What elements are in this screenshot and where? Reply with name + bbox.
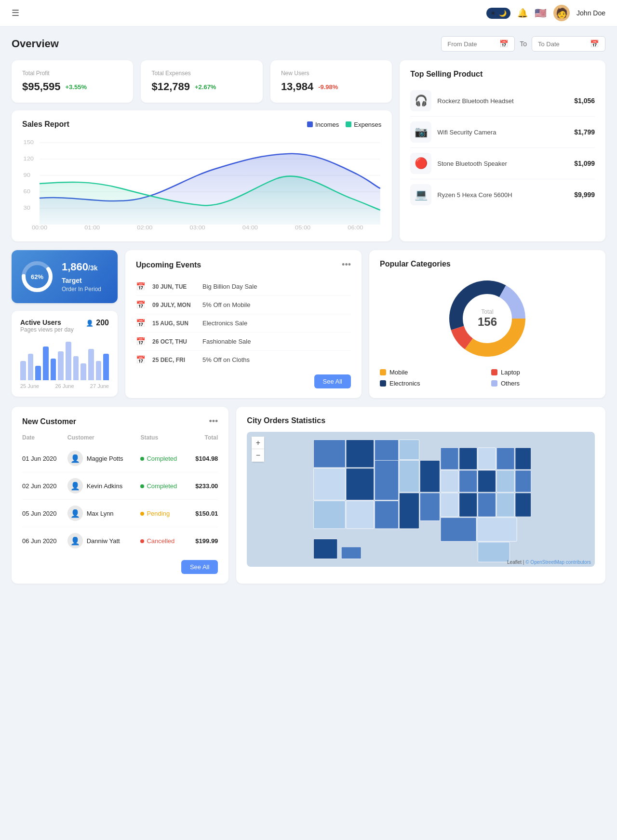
date-label-2: 26 June [55,383,74,389]
row-date: 01 Jun 2020 [22,445,67,472]
svg-rect-52 [515,493,531,517]
row-customer: 👤 Kevin Adkins [67,472,141,500]
event-item: 📅 09 JULY, MON 5% Off on Mobile [136,296,351,314]
from-date-input[interactable] [447,40,496,48]
event-name: Big Billion Day Sale [202,283,257,290]
customer-header: New Customer ••• [22,416,218,427]
svg-rect-35 [478,448,496,469]
customer-more-button[interactable]: ••• [209,416,218,427]
customer-table: Date Customer Status Total 01 Jun 2020 👤… [22,434,218,554]
event-name: 5% Off on Cloths [202,356,250,363]
customer-avatar: 👤 [67,506,83,521]
status-dot [140,484,144,488]
top-selling-card: Top Selling Product 🎧 Rockerz Bluetooth … [400,60,605,241]
zoom-out-button[interactable]: − [252,449,264,462]
calendar-icon: 📅 [136,337,146,346]
row-status: Cancelled [140,527,188,555]
svg-rect-31 [400,460,419,492]
header: ☰ ☀ 🌙 🔔 🇺🇸 🧑 John Doe [0,0,617,27]
osm-link[interactable]: © OpenStreetMap contributors [525,560,591,565]
legend-expenses: Expenses [346,121,381,128]
event-name: Electronics Sale [202,320,247,327]
category-legend: Mobile Laptop Electronics Others [380,369,595,387]
product-icon: 📷 [410,121,431,143]
row-total: $233.00 [188,472,218,500]
map-attribution: Leaflet | © OpenStreetMap contributors [507,560,591,565]
second-row: 62% 1,860/3k Target Order In Period Acti… [12,250,605,398]
table-row: 01 Jun 2020 👤 Maggie Potts Completed $10… [22,445,218,472]
total-expenses-card: Total Expenses $12,789 +2.67% [141,60,262,103]
svg-rect-49 [459,493,477,517]
others-dot [491,380,497,387]
page-title: Overview [12,38,59,50]
svg-rect-54 [477,518,517,541]
upcoming-see-all-button[interactable]: See All [314,374,351,388]
mobile-dot [380,369,386,375]
active-users-card: Active Users Pages views per day 👤 200 2… [12,311,118,397]
row-date: 06 Jun 2020 [22,527,67,555]
upcoming-title: Upcoming Events [136,261,201,269]
date-label-3: 27 June [90,383,109,389]
row-customer: 👤 Danniw Yatt [67,527,141,555]
left-col: Total Profit $95,595 +3.55% Total Expens… [12,60,392,241]
svg-rect-48 [441,493,458,517]
svg-text:90: 90 [24,173,30,177]
svg-text:04:00: 04:00 [242,225,258,230]
svg-rect-38 [441,470,458,492]
svg-rect-45 [375,501,399,529]
expense-dot [346,121,351,127]
notification-icon[interactable]: 🔔 [517,8,528,18]
bar [58,351,64,380]
upcoming-more-button[interactable]: ••• [342,260,351,270]
order-period-card: 62% 1,860/3k Target Order In Period [12,250,118,303]
svg-rect-39 [459,470,477,492]
laptop-label: Laptop [501,369,520,376]
svg-rect-30 [375,460,399,500]
col-total: Total [188,434,218,445]
row-total: $104.98 [188,445,218,472]
active-users-title: Active Users [20,319,74,326]
sales-report-card: Sales Report Incomes Expenses [12,110,392,241]
customer-name: Maggie Potts [87,455,123,462]
theme-toggle[interactable]: ☀ 🌙 [486,8,510,19]
svg-rect-41 [496,470,514,492]
status-badge: Completed [140,482,177,490]
status-dot [140,457,144,461]
map-inner: + − Leaflet | © OpenStreetMap contributo… [247,432,595,567]
map-zoom-controls: + − [252,437,264,462]
status-dot [140,539,144,543]
country-flag[interactable]: 🇺🇸 [535,7,547,19]
donut-center: Total 156 [478,308,497,329]
laptop-dot [491,369,497,375]
calendar-icon: 📅 [136,319,146,328]
calendar-icon: 📅 [136,355,146,364]
hamburger-menu[interactable]: ☰ [12,8,19,18]
order-percent-label: 62% [31,273,43,280]
row-total: $199.99 [188,527,218,555]
event-date: 30 JUN, TUE [152,283,196,290]
date-filters: 📅 To 📅 [441,36,605,52]
product-name: Ryzen 5 Hexa Core 5600H [437,191,568,199]
svg-rect-44 [346,501,374,529]
product-icon: 🎧 [410,90,431,111]
svg-rect-51 [496,493,514,517]
total-expenses-value: $12,789 +2.67% [151,80,252,93]
customer-see-all-button[interactable]: See All [181,560,218,574]
product-name: Wifi Security Camera [437,129,568,136]
row-customer: 👤 Maggie Potts [67,445,141,472]
zoom-in-button[interactable]: + [252,437,264,449]
new-users-value: 13,984 -9.98% [281,80,381,93]
status-dot [140,512,144,516]
legend-mobile: Mobile [380,369,483,376]
stat-cards: Total Profit $95,595 +3.55% Total Expens… [12,60,392,103]
svg-text:120: 120 [24,156,34,161]
to-date-input[interactable] [538,40,586,48]
svg-rect-57 [341,547,361,559]
legend-electronics: Electronics [380,380,483,387]
total-expenses-label: Total Expenses [151,70,252,77]
bar [103,354,109,380]
bar [51,359,56,380]
svg-text:30: 30 [24,205,30,210]
from-date-wrapper: 📅 [441,36,515,52]
active-users-subtitle: Pages views per day [20,326,74,333]
